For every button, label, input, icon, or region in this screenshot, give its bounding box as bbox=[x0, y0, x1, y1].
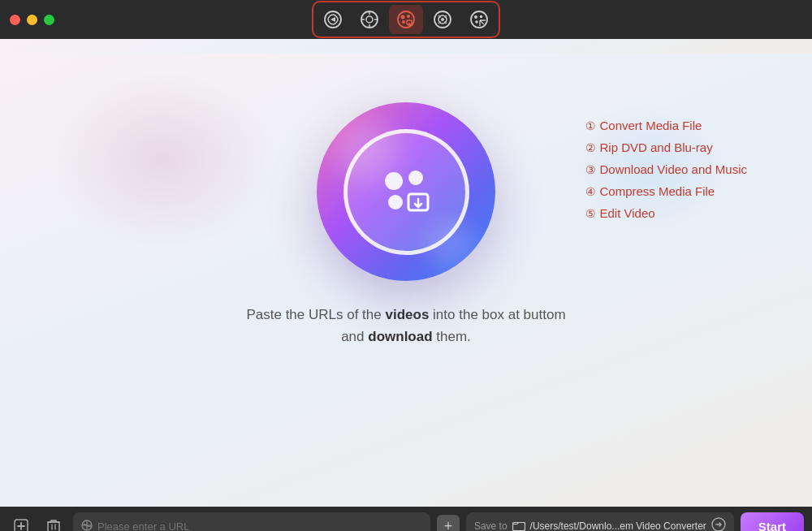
tab-compress-media[interactable] bbox=[425, 5, 460, 34]
feat-label-3: Download Video and Music bbox=[599, 162, 747, 176]
desc-line-2: and download them. bbox=[246, 326, 565, 348]
svg-point-3 bbox=[398, 11, 414, 28]
feature-list: ① Convert Media File ② Rip DVD and Blu-r… bbox=[585, 119, 747, 228]
window-controls bbox=[10, 15, 54, 25]
url-input-wrap bbox=[73, 512, 430, 531]
tab-download-video[interactable] bbox=[389, 5, 423, 34]
svg-point-17 bbox=[388, 195, 403, 209]
center-icon bbox=[317, 102, 495, 281]
feat-num-4: ④ bbox=[585, 185, 596, 198]
feat-num-3: ③ bbox=[585, 163, 596, 176]
desc-videos-bold: videos bbox=[385, 307, 429, 322]
url-add-button[interactable]: + bbox=[437, 515, 460, 531]
save-path-browse-button[interactable] bbox=[711, 517, 726, 531]
close-button[interactable] bbox=[10, 15, 20, 25]
tab-rip-dvd[interactable] bbox=[352, 5, 387, 34]
maximize-button[interactable] bbox=[44, 15, 54, 25]
feat-label-2: Rip DVD and Blu-ray bbox=[599, 140, 712, 154]
svg-point-11 bbox=[471, 11, 487, 28]
feat-num-2: ② bbox=[585, 141, 596, 154]
svg-point-14 bbox=[475, 20, 478, 24]
feat-label-1: Convert Media File bbox=[599, 119, 702, 132]
feature-item-2: ② Rip DVD and Blu-ray bbox=[585, 140, 747, 154]
svg-point-16 bbox=[408, 171, 423, 185]
feat-num-5: ⑤ bbox=[585, 207, 596, 220]
tab-edit-video[interactable] bbox=[462, 5, 496, 34]
tab-convert-media[interactable] bbox=[316, 5, 350, 34]
feat-num-1: ① bbox=[585, 119, 596, 132]
tab-bar bbox=[312, 1, 500, 38]
feature-item-5: ⑤ Edit Video bbox=[585, 206, 747, 220]
start-button[interactable]: Start bbox=[741, 512, 804, 531]
bg-blob-1 bbox=[49, 70, 276, 248]
svg-point-5 bbox=[407, 15, 410, 18]
feature-item-3: ③ Download Video and Music bbox=[585, 162, 747, 176]
save-path-text: /Users/test/Downlo...em Video Converter bbox=[530, 520, 706, 531]
svg-point-12 bbox=[474, 15, 477, 19]
svg-point-4 bbox=[401, 15, 405, 19]
svg-point-6 bbox=[402, 20, 405, 24]
url-icon bbox=[81, 520, 93, 532]
url-input[interactable] bbox=[97, 520, 422, 532]
delete-button[interactable] bbox=[41, 513, 67, 531]
feat-label-4: Compress Media File bbox=[599, 184, 715, 198]
save-to-area: Save to /Users/test/Downlo...em Video Co… bbox=[466, 512, 734, 531]
desc-download-bold: download bbox=[368, 329, 432, 344]
add-button[interactable] bbox=[8, 513, 34, 531]
tab-group bbox=[312, 1, 500, 38]
main-content: ① Convert Media File ② Rip DVD and Blu-r… bbox=[0, 54, 812, 507]
bottom-bar: + Save to /Users/test/Downlo...em Video … bbox=[0, 507, 812, 531]
description-text: Paste the URLs of the videos into the bo… bbox=[246, 304, 565, 348]
feature-item-4: ④ Compress Media File bbox=[585, 184, 747, 198]
svg-rect-20 bbox=[48, 522, 59, 531]
svg-point-13 bbox=[480, 15, 483, 19]
desc-line-1: Paste the URLs of the videos into the bo… bbox=[246, 304, 565, 326]
svg-point-15 bbox=[385, 172, 403, 190]
save-path-icon bbox=[512, 520, 525, 532]
feat-label-5: Edit Video bbox=[599, 206, 654, 220]
feature-item-1: ① Convert Media File bbox=[585, 119, 747, 132]
svg-point-10 bbox=[441, 18, 444, 21]
titlebar bbox=[0, 0, 812, 39]
save-to-label: Save to bbox=[474, 520, 508, 531]
tab-numbers-row: ① ② ③ ④ ⑤ bbox=[0, 39, 812, 54]
minimize-button[interactable] bbox=[27, 15, 37, 25]
svg-point-2 bbox=[366, 16, 373, 23]
